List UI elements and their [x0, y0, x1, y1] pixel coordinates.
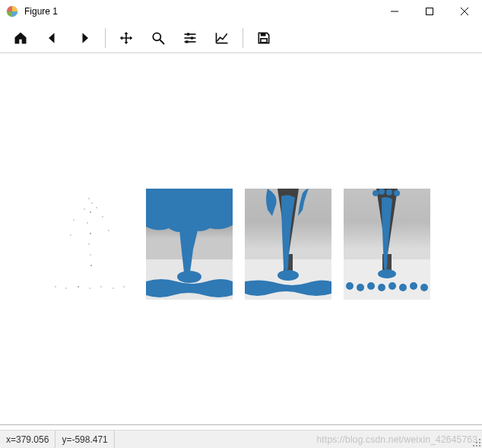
resize-grip[interactable]	[471, 437, 480, 446]
forward-button[interactable]	[71, 25, 97, 51]
svg-point-10	[373, 190, 379, 196]
configure-subplots-button[interactable]	[177, 25, 203, 51]
edit-axis-button[interactable]	[209, 25, 235, 51]
svg-point-8	[177, 271, 201, 283]
svg-point-18	[378, 284, 385, 291]
svg-rect-4	[191, 37, 193, 39]
status-y-value: -598.471	[71, 434, 107, 445]
subplot-1[interactable]	[47, 189, 134, 300]
app-icon	[6, 5, 18, 17]
svg-point-2	[153, 33, 160, 40]
window-title: Figure 1	[24, 6, 58, 17]
svg-point-15	[346, 282, 354, 290]
status-x-label: x=	[6, 434, 16, 445]
toolbar-separator	[105, 28, 106, 48]
status-separator	[114, 431, 115, 448]
toolbar	[0, 23, 482, 53]
svg-point-17	[367, 282, 375, 290]
title-bar: Figure 1	[0, 0, 482, 23]
svg-point-16	[357, 284, 364, 291]
svg-rect-3	[187, 33, 189, 35]
zoom-button[interactable]	[145, 25, 171, 51]
subplot-3[interactable]	[245, 189, 331, 300]
svg-rect-5	[186, 40, 188, 43]
close-button[interactable]	[447, 0, 482, 23]
svg-point-12	[386, 189, 392, 195]
svg-point-19	[388, 282, 396, 290]
subplot-row	[47, 189, 430, 300]
svg-point-20	[399, 284, 407, 291]
home-button[interactable]	[8, 25, 33, 51]
status-bar: x=379.056 y=-598.471 https://blog.csdn.n…	[0, 430, 482, 448]
status-x-value: 379.056	[16, 434, 49, 445]
svg-rect-7	[261, 38, 267, 42]
status-y-label: y=	[62, 434, 71, 445]
svg-point-13	[394, 190, 400, 196]
pan-button[interactable]	[113, 25, 139, 51]
figure-canvas[interactable]	[0, 53, 482, 424]
svg-rect-1	[427, 8, 433, 15]
svg-point-11	[379, 189, 385, 195]
back-button[interactable]	[40, 25, 65, 51]
toolbar-separator	[243, 28, 243, 48]
watermark-text: https://blog.csdn.net/weixin_42645763	[316, 431, 477, 448]
minimize-button[interactable]	[377, 0, 412, 23]
svg-point-9	[277, 270, 299, 281]
figure-window: Figure 1	[0, 0, 482, 448]
svg-rect-6	[261, 33, 266, 36]
svg-point-22	[420, 284, 428, 291]
maximize-button[interactable]	[412, 0, 447, 23]
save-button[interactable]	[251, 25, 277, 51]
status-x: x=379.056	[0, 434, 55, 445]
status-bar-wrap: x=379.056 y=-598.471 https://blog.csdn.n…	[0, 424, 482, 448]
subplot-4[interactable]	[344, 189, 430, 300]
subplot-2[interactable]	[146, 189, 233, 300]
svg-point-21	[410, 282, 417, 290]
status-y: y=-598.471	[55, 434, 113, 445]
svg-point-14	[378, 269, 396, 278]
